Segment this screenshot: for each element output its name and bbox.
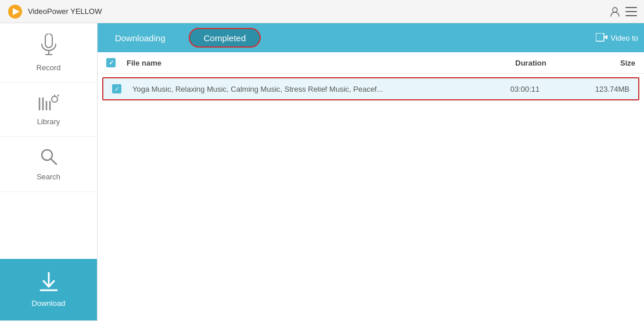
- sidebar-download-label: Download: [32, 299, 66, 308]
- sidebar-library-label: Library: [37, 117, 60, 126]
- table-header: ✓ File name Duration Size: [98, 52, 644, 74]
- user-icon[interactable]: [609, 6, 621, 17]
- download-icon: [38, 272, 59, 295]
- row-duration: 03:00:11: [490, 85, 560, 93]
- library-icon: [38, 93, 59, 114]
- svg-rect-2: [10, 15, 20, 17]
- header-check-col: ✓: [106, 58, 127, 67]
- content-area: Downloading Completed Video to ✓ File na…: [98, 23, 644, 321]
- sidebar-item-search[interactable]: Search: [0, 137, 97, 192]
- tab-completed-label: Completed: [204, 33, 246, 43]
- header-duration: Duration: [496, 59, 566, 67]
- sidebar-item-download[interactable]: Download: [0, 259, 97, 321]
- svg-point-3: [613, 8, 617, 12]
- row-size: 123.74MB: [560, 85, 629, 93]
- video-to-icon: [596, 33, 607, 42]
- header-checkbox[interactable]: ✓: [106, 58, 116, 67]
- sidebar-item-library[interactable]: Library: [0, 83, 97, 137]
- svg-line-18: [51, 159, 56, 164]
- sidebar-search-label: Search: [37, 172, 60, 181]
- row-check-col: ✓: [112, 84, 132, 93]
- header-size: Size: [566, 59, 635, 67]
- row-filename: Yoga Music, Relaxing Music, Calming Musi…: [132, 85, 490, 93]
- tab-downloading[interactable]: Downloading: [98, 23, 183, 52]
- tab-completed[interactable]: Completed: [189, 28, 261, 48]
- svg-rect-5: [625, 11, 637, 12]
- sidebar-item-record[interactable]: Record: [0, 23, 97, 83]
- svg-marker-22: [604, 35, 607, 39]
- app-title: VideoPower YELLOW: [28, 7, 102, 16]
- sidebar: Record Library: [0, 23, 98, 321]
- sidebar-record-label: Record: [37, 63, 61, 72]
- svg-rect-7: [45, 34, 52, 48]
- svg-point-14: [52, 96, 57, 102]
- search-icon: [39, 147, 58, 169]
- video-to-label: Video to: [611, 34, 638, 42]
- row-checkbox[interactable]: ✓: [112, 84, 121, 93]
- tab-downloading-label: Downloading: [115, 33, 166, 43]
- record-icon: [39, 34, 58, 60]
- table-row[interactable]: ✓ Yoga Music, Relaxing Music, Calming Mu…: [102, 77, 639, 100]
- svg-rect-21: [596, 33, 604, 41]
- header-filename: File name: [127, 59, 496, 67]
- menu-icon[interactable]: [625, 6, 637, 17]
- title-bar-controls: [609, 6, 637, 17]
- tab-right-area: Video to: [596, 33, 644, 42]
- tab-bar: Downloading Completed Video to: [98, 23, 644, 52]
- app-logo: [7, 3, 23, 20]
- table-container: ✓ File name Duration Size ✓ Yoga Music, …: [98, 52, 644, 321]
- title-bar: VideoPower YELLOW: [0, 0, 644, 23]
- svg-line-16: [57, 95, 59, 96]
- svg-rect-6: [625, 15, 637, 16]
- svg-rect-4: [625, 7, 637, 8]
- main-layout: Record Library: [0, 23, 644, 321]
